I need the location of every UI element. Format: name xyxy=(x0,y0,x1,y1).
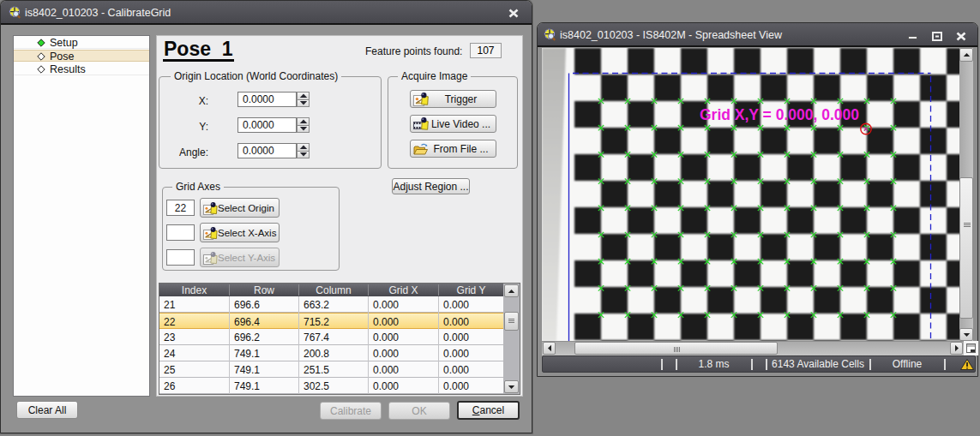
svg-text:Grid X,Y = 0.000, 0.000: Grid X,Y = 0.000, 0.000 xyxy=(700,106,859,123)
